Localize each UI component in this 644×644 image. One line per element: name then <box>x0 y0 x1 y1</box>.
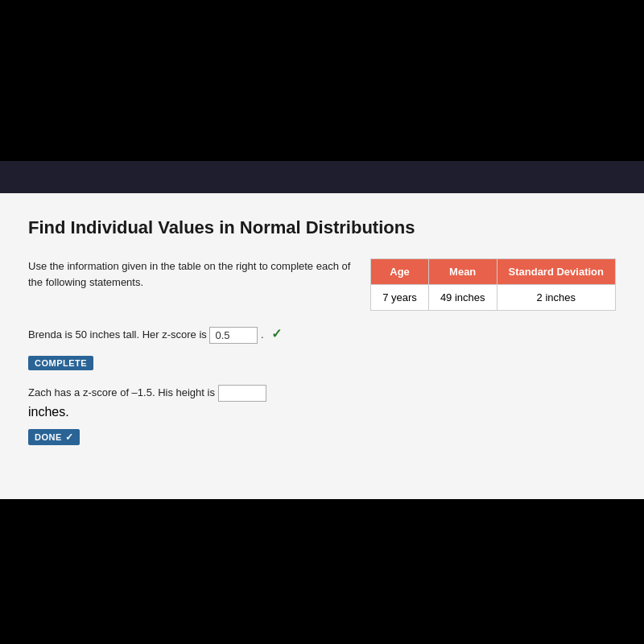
done-badge-container: DONE ✓ <box>28 424 616 445</box>
main-section: Use the information given in the table o… <box>28 258 616 311</box>
top-black-area <box>0 0 644 161</box>
problem2-row: Zach has a z-score of –1.5. His height i… <box>28 383 616 402</box>
done-checkmark: ✓ <box>65 431 74 443</box>
table-header-stddev: Standard Deviation <box>497 259 615 285</box>
problem2-section: Zach has a z-score of –1.5. His height i… <box>28 383 616 445</box>
instruction-text: Use the information given in the table o… <box>28 258 354 290</box>
content-area: Find Individual Values in Normal Distrib… <box>0 161 644 644</box>
page-title: Find Individual Values in Normal Distrib… <box>28 217 616 238</box>
problem2-text-before: Zach has a z-score of –1.5. His height i… <box>28 386 215 398</box>
white-content: Find Individual Values in Normal Distrib… <box>0 193 644 499</box>
table-cell-mean: 49 inches <box>428 285 497 311</box>
complete-badge-container: COMPLETE <box>28 353 616 383</box>
problem2-text-after: inches. <box>28 405 69 419</box>
problem1-checkmark: ✓ <box>271 327 282 341</box>
complete-badge: COMPLETE <box>28 356 93 370</box>
bottom-black <box>0 499 644 644</box>
table-header-mean: Mean <box>428 259 497 285</box>
done-label: DONE <box>35 432 62 442</box>
data-table: Age Mean Standard Deviation 7 years 49 i… <box>370 258 616 311</box>
dark-header-bar <box>0 161 644 193</box>
table-row: 7 years 49 inches 2 inches <box>371 285 616 311</box>
problem2-height-input[interactable] <box>218 385 266 402</box>
table-cell-stddev: 2 inches <box>497 285 615 311</box>
table-header-age: Age <box>371 259 429 285</box>
problem1-text-after: . <box>261 328 264 341</box>
problem1-row: Brenda is 50 inches tall. Her z-score is… <box>28 323 616 346</box>
done-button[interactable]: DONE ✓ <box>28 429 80 445</box>
table-cell-age: 7 years <box>371 285 429 311</box>
problem2-text-after-line: inches. <box>28 405 616 419</box>
problem1-text-before: Brenda is 50 inches tall. Her z-score is <box>28 328 207 341</box>
problem1-zscore-input[interactable] <box>209 327 258 344</box>
